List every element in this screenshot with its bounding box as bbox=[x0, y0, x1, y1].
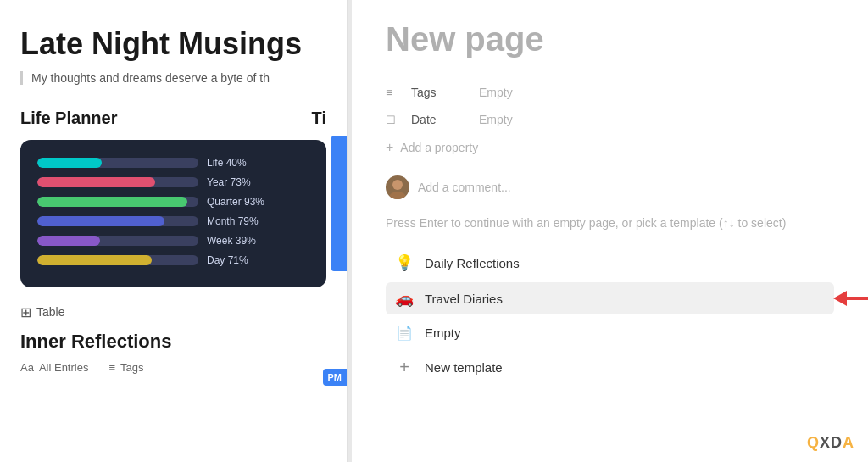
empty-icon: 📄 bbox=[394, 325, 415, 341]
bar-track bbox=[37, 158, 198, 168]
db-col-entries-icon: Aa bbox=[20, 361, 34, 374]
bar-row: Month 79% bbox=[37, 215, 309, 227]
xda-close-bracket: A bbox=[843, 434, 854, 451]
bar-fill bbox=[37, 158, 102, 168]
template-item-new-template[interactable]: + New template bbox=[386, 351, 834, 384]
svg-point-1 bbox=[389, 192, 406, 199]
new-template-label: New template bbox=[425, 360, 503, 375]
db-col-entries-label: All Entries bbox=[39, 361, 89, 374]
add-property-button[interactable]: + Add a property bbox=[386, 133, 834, 162]
tags-icon: ≡ bbox=[386, 86, 403, 99]
bar-track bbox=[37, 197, 198, 207]
template-item-travel-diaries[interactable]: 🚗 Travel Diaries bbox=[386, 282, 834, 314]
property-row-date[interactable]: ☐ Date Empty bbox=[386, 106, 834, 133]
db-col-tags[interactable]: ≡ Tags bbox=[108, 361, 143, 374]
bar-row: Year 73% bbox=[37, 176, 309, 188]
empty-label: Empty bbox=[425, 326, 461, 340]
arrowhead-icon bbox=[833, 291, 847, 306]
bar-row: Life 40% bbox=[37, 157, 309, 169]
daily-reflections-icon: 💡 bbox=[394, 253, 415, 272]
db-col-entries[interactable]: Aa All Entries bbox=[20, 361, 88, 374]
add-property-label: Add a property bbox=[400, 141, 478, 154]
bar-fill bbox=[37, 216, 164, 226]
avatar bbox=[386, 175, 409, 199]
table-icon-row: ⊞ Table bbox=[20, 304, 326, 320]
bar-track bbox=[37, 236, 198, 246]
bar-track bbox=[37, 216, 198, 226]
bar-track bbox=[37, 177, 198, 187]
inner-reflections-title: Inner Reflections bbox=[20, 331, 326, 353]
svg-point-0 bbox=[392, 180, 403, 190]
bar-track bbox=[37, 255, 198, 265]
db-columns: Aa All Entries ≡ Tags bbox=[20, 361, 326, 374]
bar-label: Week 39% bbox=[207, 235, 256, 247]
bar-fill bbox=[37, 255, 152, 265]
date-icon: ☐ bbox=[386, 114, 403, 126]
xda-open-bracket: Q bbox=[807, 434, 820, 451]
blue-accent-bar bbox=[331, 136, 347, 271]
template-item-daily-reflections[interactable]: 💡 Daily Reflections bbox=[386, 247, 834, 279]
travel-diaries-label: Travel Diaries bbox=[425, 292, 503, 306]
arrow-line bbox=[847, 297, 868, 300]
arrow-indicator bbox=[833, 291, 868, 306]
db-col-tags-label: Tags bbox=[120, 361, 143, 374]
page-title: Late Night Musings bbox=[20, 27, 326, 61]
bar-label: Quarter 93% bbox=[207, 196, 264, 208]
life-planner-label: Life Planner bbox=[20, 109, 117, 128]
bar-fill bbox=[37, 236, 100, 246]
xda-watermark: QXDA bbox=[807, 434, 854, 452]
comment-placeholder: Add a comment... bbox=[418, 181, 511, 194]
hint-text: Press Enter to continue with an empty pa… bbox=[386, 216, 834, 230]
page-subtitle: My thoughts and dreams deserve a byte of… bbox=[20, 71, 326, 85]
pm-badge: PM bbox=[323, 369, 348, 386]
bar-fill bbox=[37, 197, 187, 207]
date-label: Date bbox=[411, 113, 479, 126]
table-grid-icon: ⊞ bbox=[20, 304, 31, 320]
bar-row: Week 39% bbox=[37, 235, 309, 247]
bar-fill bbox=[37, 177, 155, 187]
xda-text: XD bbox=[820, 434, 843, 451]
bar-label: Day 71% bbox=[207, 254, 248, 266]
daily-reflections-label: Daily Reflections bbox=[425, 256, 520, 270]
new-page-title: New page bbox=[386, 20, 834, 58]
bar-label: Month 79% bbox=[207, 215, 259, 227]
tags-value: Empty bbox=[479, 86, 513, 99]
bars-container: Life 40%Year 73%Quarter 93%Month 79%Week… bbox=[37, 157, 309, 266]
tags-label: Tags bbox=[411, 86, 479, 99]
life-planner-chart: Life 40%Year 73%Quarter 93%Month 79%Week… bbox=[20, 140, 326, 287]
bar-row: Quarter 93% bbox=[37, 196, 309, 208]
date-value: Empty bbox=[479, 113, 513, 126]
section-header-right: Ti bbox=[312, 109, 326, 128]
travel-diaries-icon: 🚗 bbox=[394, 289, 415, 308]
bar-label: Year 73% bbox=[207, 176, 251, 188]
template-item-empty[interactable]: 📄 Empty bbox=[386, 318, 834, 348]
bar-label: Life 40% bbox=[207, 157, 247, 169]
table-section: ⊞ Table Inner Reflections Aa All Entries… bbox=[20, 304, 326, 374]
left-panel: Late Night Musings My thoughts and dream… bbox=[0, 0, 348, 462]
new-template-plus-icon: + bbox=[394, 358, 415, 377]
template-list: 💡 Daily Reflections 🚗 Travel Diaries 📄 E… bbox=[386, 247, 834, 384]
property-row-tags[interactable]: ≡ Tags Empty bbox=[386, 79, 834, 106]
table-label: Table bbox=[36, 305, 64, 319]
comment-row[interactable]: Add a comment... bbox=[386, 175, 834, 199]
add-property-plus-icon: + bbox=[386, 140, 393, 155]
bar-row: Day 71% bbox=[37, 254, 309, 266]
life-planner-section-header: Life Planner Ti bbox=[20, 109, 326, 128]
right-panel: New page ≡ Tags Empty ☐ Date Empty + Add… bbox=[352, 0, 868, 462]
db-col-tags-icon: ≡ bbox=[108, 361, 115, 374]
properties-section: ≡ Tags Empty ☐ Date Empty bbox=[386, 79, 834, 133]
